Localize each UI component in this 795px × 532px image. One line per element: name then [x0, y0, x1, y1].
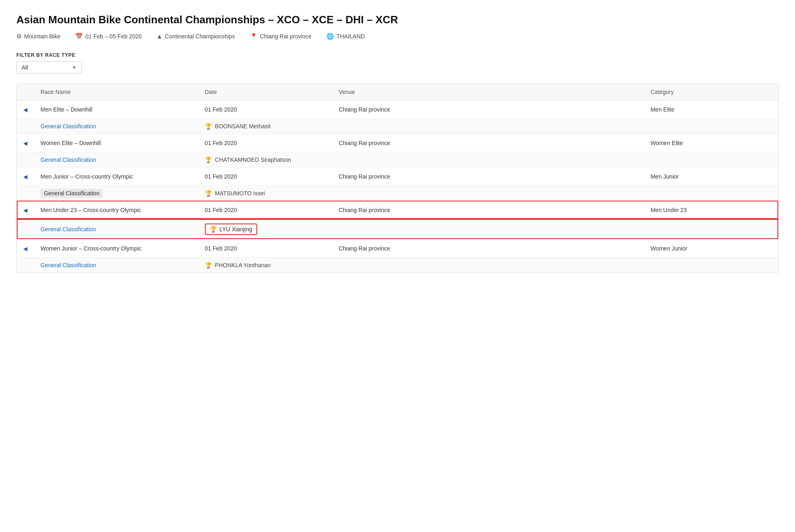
classification-row: General Classification 🏆 MATSUMOTO Issei — [17, 186, 778, 201]
sub-classification-cell[interactable]: General Classification — [34, 118, 198, 134]
expand-button[interactable]: ◀ — [23, 207, 27, 213]
sub-expand-cell — [17, 219, 34, 239]
trophy-icon: 🏆 — [205, 190, 212, 197]
filter-label: FILTER BY RACE TYPE — [16, 52, 779, 58]
sub-classification-cell[interactable]: General Classification — [34, 219, 198, 239]
race-date-cell: 01 Feb 2020 — [198, 201, 332, 219]
race-date-cell: 01 Feb 2020 — [198, 100, 332, 118]
race-venue-cell: Chiang Rai province — [332, 201, 644, 219]
race-name-cell: Men Junior – Cross-country Olympic — [34, 167, 198, 186]
race-type-filter[interactable]: All XCO XCE DHI XCR ▼ — [16, 61, 82, 74]
meta-championship: ▲ Continental Championships — [157, 33, 235, 40]
winner-name: BOONSANE Methasit — [215, 123, 271, 130]
meta-row: ⚙ Mountain Bike 📅 01 Feb – 05 Feb 2020 ▲… — [16, 33, 779, 40]
pin-icon: 📍 — [250, 33, 258, 40]
col-venue: Venue — [332, 84, 644, 101]
race-date-cell: 01 Feb 2020 — [198, 239, 332, 257]
races-table-wrapper: Race Name Date Venue Category ◀ Men Elit… — [16, 83, 779, 273]
table-row: ◀ Men Elite – Downhill 01 Feb 2020 Chian… — [17, 100, 778, 118]
classification-row: General Classification 🏆 CHATKAMNOED Sir… — [17, 152, 778, 167]
race-category-cell: Women Junior — [644, 239, 778, 257]
winner-highlighted: 🏆 LYU Xianjing — [205, 224, 257, 235]
sub-expand-cell — [17, 118, 34, 134]
race-venue-cell: Chiang Rai province — [332, 239, 644, 257]
race-date-cell: 01 Feb 2020 — [198, 134, 332, 152]
race-venue-cell: Chiang Rai province — [332, 100, 644, 118]
col-category: Category — [644, 84, 778, 101]
filter-section: FILTER BY RACE TYPE All XCO XCE DHI XCR … — [16, 52, 779, 74]
classification-link[interactable]: General Classification — [40, 226, 96, 232]
table-row: ◀ Men Junior – Cross-country Olympic 01 … — [17, 167, 778, 186]
races-table: Race Name Date Venue Category ◀ Men Elit… — [17, 84, 778, 273]
col-date: Date — [198, 84, 332, 101]
race-category-cell: Men Under 23 — [644, 201, 778, 219]
sub-classification-cell[interactable]: General Classification — [34, 152, 198, 167]
expand-cell[interactable]: ◀ — [17, 100, 34, 118]
trophy-icon: 🏆 — [205, 123, 212, 130]
expand-button[interactable]: ◀ — [23, 174, 27, 180]
classification-link[interactable]: General Classification — [40, 156, 96, 163]
race-category-cell: Men Elite — [644, 100, 778, 118]
expand-cell[interactable]: ◀ — [17, 134, 34, 152]
sub-classification-cell[interactable]: General Classification — [34, 186, 198, 201]
expand-button[interactable]: ◀ — [23, 246, 27, 252]
sub-classification-cell[interactable]: General Classification — [34, 257, 198, 273]
mountain-icon: ▲ — [157, 33, 163, 40]
classification-row: General Classification 🏆 PHONKLA Yonthan… — [17, 257, 778, 273]
bike-icon: ⚙ — [16, 33, 22, 40]
expand-cell[interactable]: ◀ — [17, 167, 34, 186]
sub-winner-cell: 🏆 LYU Xianjing — [198, 219, 778, 239]
winner-cell: 🏆 PHONKLA Yonthanan — [205, 262, 772, 268]
trophy-icon: 🏆 — [205, 156, 212, 163]
race-category-cell: Men Junior — [644, 167, 778, 186]
sub-expand-cell — [17, 257, 34, 273]
meta-location: 📍 Chiang Rai province — [250, 33, 312, 40]
sub-winner-cell: 🏆 CHATKAMNOED Siraphatson — [198, 152, 778, 167]
meta-country: 🌐 THAILAND — [326, 33, 365, 40]
expand-cell[interactable]: ◀ — [17, 239, 34, 257]
classification-row: General Classification 🏆 LYU Xianjing — [17, 219, 778, 239]
table-row: ◀ Women Elite – Downhill 01 Feb 2020 Chi… — [17, 134, 778, 152]
winner-cell: 🏆 MATSUMOTO Issei — [205, 190, 772, 197]
table-row: ◀ Men Under 23 – Cross-country Olympic 0… — [17, 201, 778, 219]
sub-winner-cell: 🏆 BOONSANE Methasit — [198, 118, 778, 134]
meta-dates: 📅 01 Feb – 05 Feb 2020 — [75, 33, 142, 40]
sub-winner-cell: 🏆 MATSUMOTO Issei — [198, 186, 778, 201]
meta-sport: ⚙ Mountain Bike — [16, 33, 61, 40]
table-row: ◀ Women Junior – Cross-country Olympic 0… — [17, 239, 778, 257]
race-venue-cell: Chiang Rai province — [332, 134, 644, 152]
race-venue-cell: Chiang Rai province — [332, 167, 644, 186]
trophy-icon: 🏆 — [205, 262, 212, 268]
race-name-cell: Men Elite – Downhill — [34, 100, 198, 118]
classification-row: General Classification 🏆 BOONSANE Methas… — [17, 118, 778, 134]
winner-name: LYU Xianjing — [220, 226, 252, 232]
race-name-cell: Men Under 23 – Cross-country Olympic — [34, 201, 198, 219]
race-type-select[interactable]: All XCO XCE DHI XCR — [22, 64, 72, 71]
race-date-cell: 01 Feb 2020 — [198, 167, 332, 186]
race-name-cell: Women Elite – Downhill — [34, 134, 198, 152]
globe-icon: 🌐 — [326, 33, 334, 40]
expand-cell[interactable]: ◀ — [17, 201, 34, 219]
classification-link[interactable]: General Classification — [40, 189, 103, 198]
classification-link[interactable]: General Classification — [40, 262, 96, 268]
winner-name: CHATKAMNOED Siraphatson — [215, 156, 291, 163]
expand-button[interactable]: ◀ — [23, 140, 27, 146]
sub-expand-cell — [17, 152, 34, 167]
chevron-down-icon: ▼ — [72, 65, 76, 70]
winner-cell: 🏆 CHATKAMNOED Siraphatson — [205, 156, 772, 163]
sub-winner-cell: 🏆 PHONKLA Yonthanan — [198, 257, 778, 273]
calendar-icon: 📅 — [75, 33, 83, 40]
trophy-icon: 🏆 — [210, 226, 217, 232]
winner-cell: 🏆 BOONSANE Methasit — [205, 123, 772, 130]
col-expand — [17, 84, 34, 101]
sub-expand-cell — [17, 186, 34, 201]
page-title: Asian Mountain Bike Continental Champion… — [16, 13, 779, 27]
classification-link[interactable]: General Classification — [40, 123, 96, 130]
col-race-name: Race Name — [34, 84, 198, 101]
expand-button[interactable]: ◀ — [23, 107, 27, 113]
race-category-cell: Women Elite — [644, 134, 778, 152]
winner-name: PHONKLA Yonthanan — [215, 262, 271, 268]
race-name-cell: Women Junior – Cross-country Olympic — [34, 239, 198, 257]
winner-name: MATSUMOTO Issei — [215, 190, 265, 197]
table-header-row: Race Name Date Venue Category — [17, 84, 778, 101]
